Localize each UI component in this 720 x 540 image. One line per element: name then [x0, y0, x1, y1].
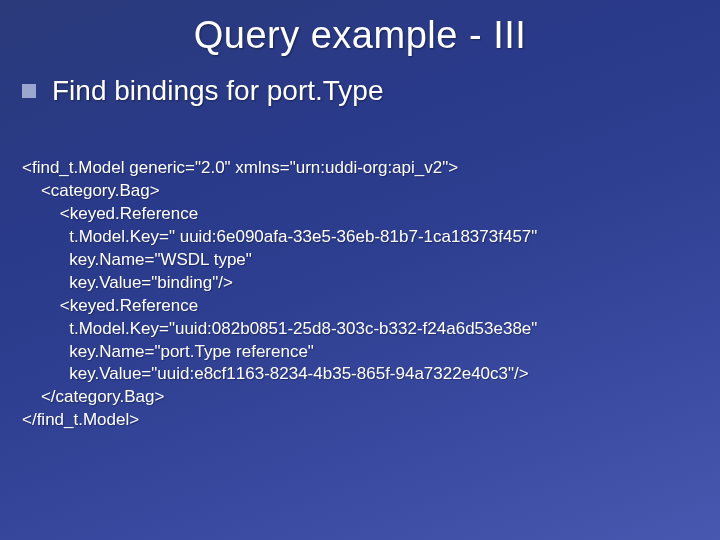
bullet-icon	[22, 84, 36, 98]
bullet-text: Find bindings for port.Type	[52, 75, 384, 107]
slide-title: Query example - III	[0, 0, 720, 57]
slide: Query example - III Find bindings for po…	[0, 0, 720, 540]
code-block: <find_t.Model generic="2.0" xmlns="urn:u…	[22, 157, 720, 432]
bullet-row: Find bindings for port.Type	[22, 75, 720, 107]
